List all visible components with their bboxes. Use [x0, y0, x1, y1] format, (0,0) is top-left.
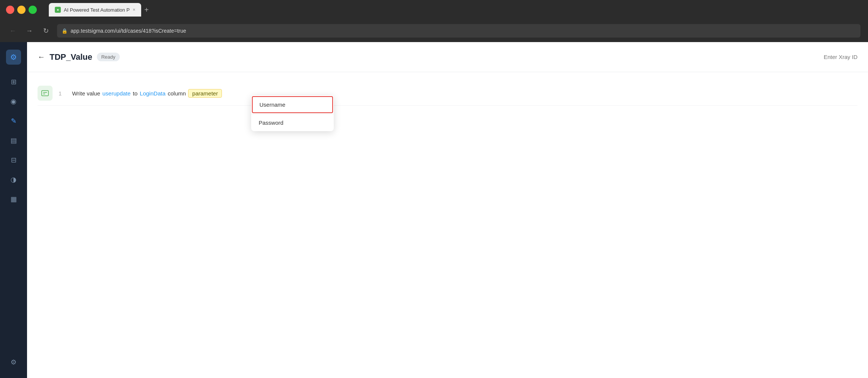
svg-text:⚙: ⚙: [10, 53, 17, 61]
dropdown-item-password[interactable]: Password: [251, 114, 334, 131]
step-number: 1: [59, 90, 66, 97]
edit-icon: ✎: [11, 117, 17, 125]
minimize-window-button[interactable]: [17, 6, 26, 14]
browser-titlebar: ✦ AI Powered Test Automation P × +: [0, 0, 868, 20]
step-table-link[interactable]: LoginData: [140, 90, 165, 97]
sidebar-item-edit[interactable]: ✎: [5, 113, 22, 129]
tab-close-button[interactable]: ×: [133, 7, 135, 12]
xray-id-input[interactable]: [782, 54, 857, 60]
sidebar-item-grid[interactable]: ⊟: [5, 152, 22, 168]
forward-nav-button[interactable]: →: [24, 27, 35, 35]
reports-icon: ▦: [11, 195, 17, 203]
close-window-button[interactable]: [6, 6, 14, 14]
step-text-to: to: [133, 90, 138, 97]
sidebar-item-settings[interactable]: ⚙: [5, 354, 22, 370]
app-layout: ⚙ ⊞ ◉ ✎ ▤ ⊟ ◑ ▦ ⚙ ← TD: [0, 42, 868, 378]
logo: ⚙: [6, 50, 21, 65]
grid-icon: ⊟: [11, 156, 17, 164]
new-tab-button[interactable]: +: [144, 6, 149, 14]
folder-icon: ▤: [11, 136, 17, 145]
back-nav-button[interactable]: ←: [8, 27, 18, 35]
apps-icon: ⊞: [11, 78, 17, 86]
analytics-icon: ◑: [11, 175, 17, 184]
dropdown-item-username[interactable]: Username: [252, 96, 333, 113]
settings-icon: ⚙: [11, 358, 17, 366]
page-title: TDP_Value: [50, 52, 92, 62]
tab-title: AI Powered Test Automation P: [64, 7, 130, 13]
lock-icon: 🔒: [62, 28, 68, 34]
sidebar-item-analytics[interactable]: ◑: [5, 171, 22, 188]
step-parameter-selector[interactable]: parameter: [188, 89, 222, 98]
status-badge: Ready: [97, 53, 120, 61]
active-tab[interactable]: ✦ AI Powered Test Automation P ×: [49, 3, 141, 17]
sidebar: ⚙ ⊞ ◉ ✎ ▤ ⊟ ◑ ▦ ⚙: [0, 42, 27, 378]
browser-chrome: ✦ AI Powered Test Automation P × + ← → ↻…: [0, 0, 868, 42]
dashboard-icon: ◉: [11, 97, 17, 106]
step-text-column: column: [168, 90, 186, 97]
browser-addressbar: ← → ↻ 🔒 app.testsigma.com/ui/td/cases/41…: [0, 20, 868, 42]
address-text: app.testsigma.com/ui/td/cases/418?isCrea…: [71, 28, 186, 34]
tab-favicon: ✦: [55, 7, 61, 13]
address-bar[interactable]: 🔒 app.testsigma.com/ui/td/cases/418?isCr…: [57, 24, 860, 38]
sidebar-item-reports[interactable]: ▦: [5, 191, 22, 207]
tab-bar: ✦ AI Powered Test Automation P × +: [49, 3, 149, 17]
step-value-link[interactable]: userupdate: [102, 90, 131, 97]
svg-rect-2: [42, 91, 48, 96]
refresh-nav-button[interactable]: ↻: [41, 27, 51, 35]
sidebar-item-cases[interactable]: ▤: [5, 132, 22, 149]
traffic-lights: [6, 6, 37, 14]
step-icon: [38, 86, 53, 101]
sidebar-item-dashboard[interactable]: ◉: [5, 93, 22, 110]
back-button[interactable]: ←: [38, 53, 45, 61]
sidebar-item-apps[interactable]: ⊞: [5, 74, 22, 90]
test-step-row: 1 Write value userupdate to LoginData co…: [38, 81, 857, 106]
page-header: ← TDP_Value Ready: [27, 42, 868, 72]
maximize-window-button[interactable]: [29, 6, 37, 14]
step-text-write: Write value: [72, 90, 100, 97]
main-content: ← TDP_Value Ready 1 Write value userupda…: [27, 42, 868, 378]
test-steps-area: 1 Write value userupdate to LoginData co…: [27, 72, 868, 378]
parameter-dropdown: Username Password: [251, 95, 334, 131]
step-text: Write value userupdate to LoginData colu…: [72, 89, 222, 98]
